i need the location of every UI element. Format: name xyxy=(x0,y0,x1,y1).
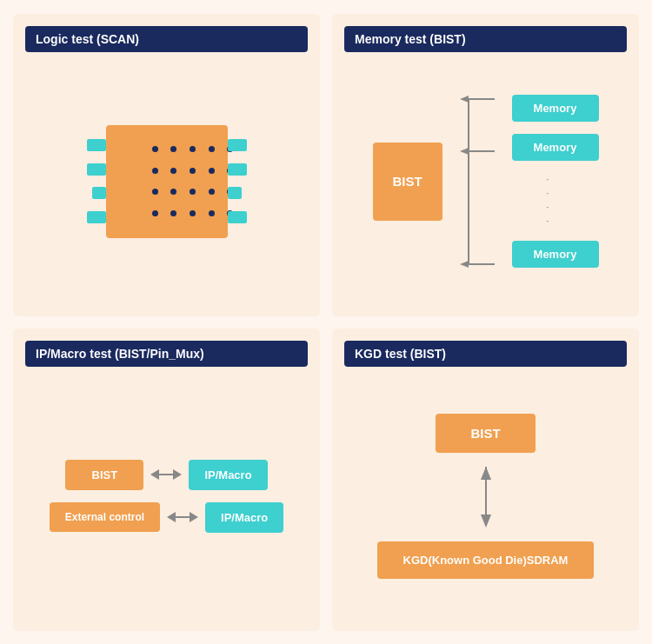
dot xyxy=(209,210,215,216)
memory-connections-svg xyxy=(460,73,512,290)
ipmacro-arrow-1 xyxy=(150,467,182,482)
memory-test-title: Memory test (BIST) xyxy=(344,26,627,52)
ipmacro-bist-box: BIST xyxy=(65,460,143,490)
dot xyxy=(170,168,176,174)
dot xyxy=(209,168,215,174)
dot xyxy=(209,189,215,195)
dot xyxy=(190,189,196,195)
memory-arrow-container: Memory Memory ···· Memory xyxy=(460,73,599,290)
dot xyxy=(170,210,176,216)
pin-left-3 xyxy=(92,187,106,199)
main-container: Logic test (SCAN) xyxy=(13,14,639,631)
dot xyxy=(152,189,158,195)
dot xyxy=(190,210,196,216)
kgd-arrow-vertical xyxy=(477,467,495,528)
pin-right-2 xyxy=(228,163,247,176)
ipmacro-diagram: BIST IP/Macro External control xyxy=(25,379,308,614)
svg-marker-5 xyxy=(460,148,469,155)
ipmacro-macro-box-2: IP/Macro xyxy=(205,502,283,533)
dot xyxy=(170,146,176,152)
dot xyxy=(190,168,196,174)
ipmacro-test-panel: IP/Macro test (BIST/Pin_Mux) BIST IP/Mac… xyxy=(13,329,320,631)
dot xyxy=(152,168,158,174)
ipmacro-row-2: External control IP/Macro xyxy=(50,502,284,533)
memory-boxes-column: Memory Memory ···· Memory xyxy=(512,95,599,268)
ipmacro-arrow-2 xyxy=(167,509,198,525)
memory-test-panel: Memory test (BIST) BIST xyxy=(332,14,639,316)
pin-right-3 xyxy=(228,187,242,199)
svg-marker-7 xyxy=(150,469,159,480)
memory-vertical-line xyxy=(460,73,512,290)
pin-right-1 xyxy=(228,139,247,151)
memory-box-2: Memory xyxy=(512,134,599,161)
svg-marker-14 xyxy=(481,515,491,528)
memory-ellipsis: ···· xyxy=(547,169,551,232)
chip-pins-left xyxy=(80,134,106,229)
kgd-diagram: BIST KGD(Known Good Die)SDRAM xyxy=(344,379,627,614)
ipmacro-row-1: BIST IP/Macro xyxy=(65,460,267,490)
dot xyxy=(152,146,158,152)
kgd-bist-box: BIST xyxy=(436,414,535,453)
memory-box-1: Memory xyxy=(512,95,599,122)
pin-left-4 xyxy=(87,211,106,223)
svg-marker-6 xyxy=(460,261,469,268)
memory-diagram: BIST xyxy=(344,64,627,299)
chip-shape xyxy=(80,125,254,238)
svg-marker-4 xyxy=(460,96,469,103)
dot xyxy=(209,146,215,152)
svg-marker-10 xyxy=(167,512,176,522)
chip-pins-right xyxy=(228,134,254,229)
logic-test-title: Logic test (SCAN) xyxy=(25,26,308,52)
svg-marker-9 xyxy=(173,469,182,480)
ipmacro-macro-box-1: IP/Macro xyxy=(189,460,267,490)
pin-left-1 xyxy=(87,139,106,151)
svg-marker-15 xyxy=(481,467,491,480)
logic-test-panel: Logic test (SCAN) xyxy=(13,14,320,316)
dot xyxy=(190,146,196,152)
kgd-arrow-svg xyxy=(477,467,495,528)
kgd-test-panel: KGD test (BIST) BIST KGD(Known Good Die)… xyxy=(332,329,639,631)
kgd-test-title: KGD test (BIST) xyxy=(344,341,627,367)
pin-right-4 xyxy=(228,211,247,223)
ipmacro-test-title: IP/Macro test (BIST/Pin_Mux) xyxy=(25,341,308,367)
dot xyxy=(152,210,158,216)
double-arrow-icon-2 xyxy=(167,509,198,525)
svg-marker-12 xyxy=(190,512,198,522)
logic-diagram xyxy=(25,64,308,299)
memory-box-3: Memory xyxy=(512,241,599,268)
kgd-sdram-box: KGD(Known Good Die)SDRAM xyxy=(377,541,595,579)
chip-body xyxy=(106,125,228,238)
ipmacro-extctrl-box: External control xyxy=(50,502,160,532)
dot xyxy=(170,189,176,195)
memory-bist-box: BIST xyxy=(373,143,442,221)
pin-left-2 xyxy=(87,163,106,176)
double-arrow-icon-1 xyxy=(150,467,182,482)
